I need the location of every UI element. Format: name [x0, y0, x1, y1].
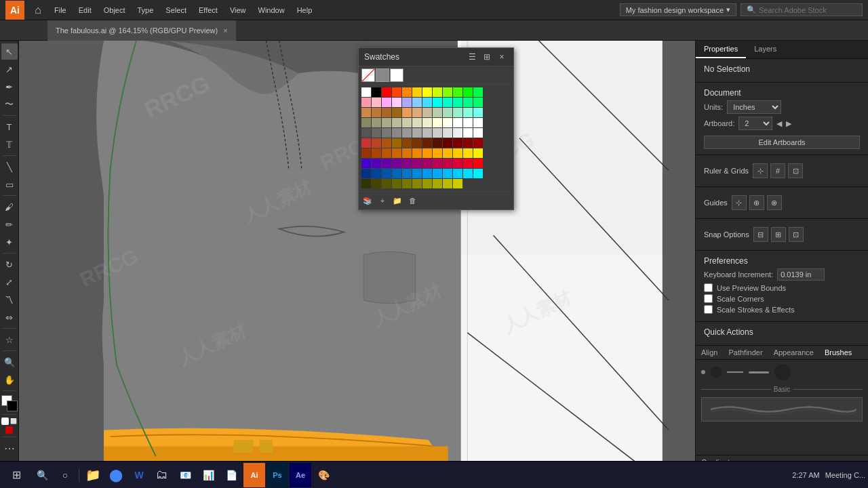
brush-dash-short[interactable]	[727, 371, 743, 373]
color-swatch[interactable]	[422, 169, 432, 178]
color-swatch[interactable]	[412, 87, 422, 97]
color-swatch[interactable]	[372, 159, 381, 168]
color-swatch[interactable]	[433, 118, 442, 127]
document-tab[interactable]: The fabulous.ai @ 164.15% (RGB/GPU Previ…	[47, 20, 237, 41]
presentation-mode[interactable]	[5, 426, 13, 434]
color-swatch[interactable]	[392, 179, 401, 188]
rectangle-tool[interactable]: ▭	[1, 176, 18, 192]
color-swatch[interactable]	[372, 98, 381, 107]
color-swatch[interactable]	[453, 138, 462, 148]
taskbar-app2[interactable]: 📊	[197, 463, 219, 487]
color-swatch[interactable]	[382, 169, 391, 178]
snap-icon-2[interactable]: ⊞	[771, 227, 786, 242]
none-swatch[interactable]	[361, 68, 375, 82]
color-swatch[interactable]	[402, 179, 412, 188]
color-swatch[interactable]	[372, 148, 381, 158]
layers-tab[interactable]: Layers	[746, 41, 785, 58]
color-swatch[interactable]	[443, 138, 452, 148]
color-swatch[interactable]	[412, 159, 422, 168]
color-swatch[interactable]	[392, 118, 401, 127]
color-swatch[interactable]	[382, 179, 391, 188]
color-swatch[interactable]	[392, 148, 401, 158]
pathfinder-tab[interactable]: Pathfinder	[728, 348, 762, 357]
prev-artboard-icon[interactable]: ◀	[776, 119, 782, 128]
color-swatch[interactable]	[392, 108, 401, 117]
edit-artboards-button[interactable]: Edit Artboards	[704, 136, 860, 149]
align-tab[interactable]: Align	[701, 348, 717, 357]
taskbar-search[interactable]: 🔍	[31, 463, 53, 487]
color-swatch[interactable]	[402, 87, 412, 97]
color-swatch[interactable]	[412, 98, 422, 107]
color-swatch[interactable]	[473, 128, 483, 138]
color-swatch[interactable]	[372, 108, 381, 117]
menu-edit[interactable]: Edit	[73, 3, 97, 17]
color-swatch[interactable]	[402, 98, 412, 107]
color-swatch[interactable]	[433, 98, 442, 107]
brush-dot-xlarge[interactable]	[774, 364, 791, 380]
swatches-menu-icon[interactable]: ☰	[466, 51, 478, 63]
selection-tool[interactable]: ↖	[1, 43, 18, 60]
color-swatch[interactable]	[433, 169, 442, 178]
color-swatch[interactable]	[453, 159, 462, 168]
color-swatch[interactable]	[453, 179, 462, 188]
swatches-grid-icon[interactable]: ⊞	[481, 51, 493, 63]
color-swatch[interactable]	[463, 159, 473, 168]
color-swatch[interactable]	[372, 128, 381, 138]
color-swatch[interactable]	[361, 148, 371, 158]
color-swatch[interactable]	[443, 148, 452, 158]
color-swatch[interactable]	[392, 159, 401, 168]
guide-icon-3[interactable]: ⊗	[767, 195, 782, 210]
color-swatch[interactable]	[453, 169, 462, 178]
color-swatch[interactable]	[422, 87, 432, 97]
color-swatch[interactable]	[433, 128, 442, 138]
taskbar-app1[interactable]: 📧	[174, 463, 196, 487]
color-swatch[interactable]	[382, 98, 391, 107]
color-swatch[interactable]	[361, 87, 371, 97]
color-swatch[interactable]	[443, 98, 452, 107]
taskbar-explorer[interactable]: 📁	[82, 463, 104, 487]
color-swatch[interactable]	[402, 118, 412, 127]
color-swatch[interactable]	[443, 169, 452, 178]
keyboard-increment-input[interactable]	[777, 268, 825, 281]
menu-window[interactable]: Window	[253, 3, 290, 17]
color-swatch[interactable]	[382, 87, 391, 97]
scale-corners-checkbox[interactable]	[704, 294, 713, 303]
symbol-sprayer-tool[interactable]: ☆	[1, 331, 18, 348]
color-swatch[interactable]	[361, 138, 371, 148]
menu-file[interactable]: File	[49, 3, 72, 17]
color-swatch[interactable]	[382, 108, 391, 117]
type-tool[interactable]: T	[1, 119, 18, 135]
color-swatch[interactable]	[453, 148, 462, 158]
color-swatch[interactable]	[412, 108, 422, 117]
pen-tool[interactable]: ✒	[1, 79, 18, 95]
color-swatch[interactable]	[473, 159, 483, 168]
color-swatch[interactable]	[463, 98, 473, 107]
color-swatch[interactable]	[392, 138, 401, 148]
color-swatch[interactable]	[443, 108, 452, 117]
color-swatch[interactable]	[412, 128, 422, 138]
color-swatch[interactable]	[372, 179, 381, 188]
brush-dot-small[interactable]	[701, 370, 705, 374]
menu-help[interactable]: Help	[292, 3, 318, 17]
zoom-tool[interactable]: 🔍	[1, 354, 18, 370]
warp-tool[interactable]: 〽	[1, 291, 18, 308]
color-swatch[interactable]	[361, 118, 371, 127]
color-swatch[interactable]	[463, 118, 473, 127]
line-tool[interactable]: ╲	[1, 159, 18, 175]
color-swatch[interactable]	[433, 138, 442, 148]
color-swatch[interactable]	[473, 169, 483, 178]
color-swatch[interactable]	[443, 87, 452, 97]
color-swatch[interactable]	[433, 148, 442, 158]
color-swatch[interactable]	[392, 98, 401, 107]
color-swatch[interactable]	[422, 118, 432, 127]
hand-tool[interactable]: ✋	[1, 371, 18, 388]
color-swatch[interactable]	[361, 98, 371, 107]
snap-grid-icon[interactable]: ⊡	[788, 163, 803, 178]
color-swatch[interactable]	[453, 108, 462, 117]
color-swatch[interactable]	[422, 179, 432, 188]
show-rulers-icon[interactable]: ⊹	[753, 163, 768, 178]
search-input[interactable]	[759, 6, 856, 14]
color-swatch[interactable]	[382, 159, 391, 168]
color-swatch[interactable]	[372, 87, 381, 97]
menu-view[interactable]: View	[224, 3, 252, 17]
